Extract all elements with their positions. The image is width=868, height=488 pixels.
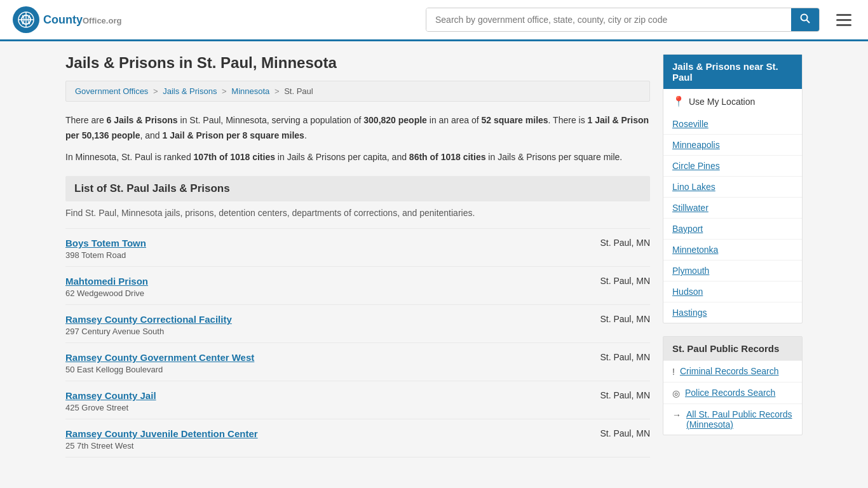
public-records-section: St. Paul Public Records ! Criminal Recor… — [663, 336, 803, 435]
facility-city: St. Paul, MN — [600, 314, 650, 324]
public-records-header: St. Paul Public Records — [663, 337, 802, 360]
intro-paragraph-1: There are 6 Jails & Prisons in St. Paul,… — [65, 113, 650, 144]
svg-line-5 — [807, 20, 810, 24]
record-item[interactable]: ◎ Police Records Search — [663, 382, 802, 403]
nearby-city-item[interactable]: Circle Pines — [663, 155, 802, 176]
nearby-city-link[interactable]: Bayport — [672, 224, 703, 234]
facility-address: 25 7th Street West — [65, 441, 258, 451]
facility-name[interactable]: Ramsey County Juvenile Detention Center — [65, 428, 258, 439]
nearby-city-item[interactable]: Plymouth — [663, 260, 802, 281]
facility-city: St. Paul, MN — [600, 352, 650, 362]
record-item[interactable]: → All St. Paul Public Records (Minnesota… — [663, 403, 802, 435]
record-item[interactable]: ! Criminal Records Search — [663, 360, 802, 382]
nearby-cities-list: RosevilleMinneapolisCircle PinesLino Lak… — [663, 114, 802, 323]
search-bar[interactable] — [426, 8, 820, 32]
record-icon: → — [672, 410, 681, 420]
nearby-city-link[interactable]: Lino Lakes — [672, 182, 715, 192]
facilities-list: Boys Totem Town 398 Totem Road St. Paul,… — [65, 228, 650, 458]
facility-address: 50 East Kellogg Boulevard — [65, 365, 254, 374]
nearby-city-link[interactable]: Stillwater — [672, 203, 709, 213]
facility-city: St. Paul, MN — [600, 276, 650, 286]
facility-address: 62 Wedgewood Drive — [65, 288, 148, 298]
list-section-desc: Find St. Paul, Minnesota jails, prisons,… — [65, 208, 650, 218]
record-link[interactable]: Police Records Search — [685, 388, 775, 398]
location-pin-icon: 📍 — [672, 95, 685, 107]
use-my-location-item[interactable]: 📍 Use My Location — [663, 89, 802, 114]
nearby-city-item[interactable]: Hastings — [663, 302, 802, 323]
breadcrumb: Government Offices > Jails & Prisons > M… — [65, 81, 650, 102]
facility-city: St. Paul, MN — [600, 428, 650, 438]
nearby-city-item[interactable]: Bayport — [663, 218, 802, 239]
facility-city: St. Paul, MN — [600, 390, 650, 400]
list-section-header: List of St. Paul Jails & Prisons — [65, 176, 650, 201]
nearby-city-link[interactable]: Minnetonka — [672, 245, 718, 255]
facility-city: St. Paul, MN — [600, 238, 650, 248]
svg-point-4 — [801, 15, 808, 21]
nearby-section: Jails & Prisons near St. Paul 📍 Use My L… — [663, 54, 803, 323]
nearby-city-item[interactable]: Minneapolis — [663, 134, 802, 155]
nearby-city-link[interactable]: Minneapolis — [672, 140, 720, 150]
breadcrumb-current: St. Paul — [284, 86, 313, 96]
logo[interactable]: CountyOffice.org — [13, 6, 121, 33]
record-link[interactable]: All St. Paul Public Records (Minnesota) — [686, 409, 793, 430]
facility-name[interactable]: Ramsey County Correctional Facility — [65, 314, 232, 325]
sidebar: Jails & Prisons near St. Paul 📍 Use My L… — [663, 54, 803, 458]
facility-address: 297 Century Avenue South — [65, 327, 232, 336]
logo-icon — [13, 6, 39, 33]
list-item: Ramsey County Juvenile Detention Center … — [65, 419, 650, 458]
facility-name[interactable]: Ramsey County Jail — [65, 390, 156, 401]
breadcrumb-minnesota[interactable]: Minnesota — [231, 86, 269, 96]
nearby-city-item[interactable]: Minnetonka — [663, 239, 802, 260]
nearby-city-link[interactable]: Hastings — [672, 308, 707, 318]
hamburger-menu-button[interactable] — [832, 10, 855, 30]
facility-address: 425 Grove Street — [65, 403, 156, 412]
record-icon: ! — [672, 367, 675, 377]
list-item: Ramsey County Correctional Facility 297 … — [65, 304, 650, 342]
record-link[interactable]: Criminal Records Search — [680, 366, 779, 376]
nearby-city-item[interactable]: Stillwater — [663, 197, 802, 218]
nearby-city-link[interactable]: Roseville — [672, 119, 709, 129]
intro-paragraph-2: In Minnesota, St. Paul is ranked 107th o… — [65, 150, 650, 165]
logo-text: CountyOffice.org — [43, 13, 121, 27]
nearby-section-header: Jails & Prisons near St. Paul — [663, 55, 802, 89]
facility-address: 398 Totem Road — [65, 250, 146, 260]
breadcrumb-government-offices[interactable]: Government Offices — [75, 86, 148, 96]
list-item: Ramsey County Government Center West 50 … — [65, 342, 650, 381]
search-button[interactable] — [791, 8, 819, 31]
use-my-location-link[interactable]: Use My Location — [689, 97, 755, 107]
records-list: ! Criminal Records Search ◎ Police Recor… — [663, 360, 802, 435]
record-icon: ◎ — [672, 388, 680, 398]
nearby-city-link[interactable]: Hudson — [672, 287, 703, 297]
breadcrumb-jails-prisons[interactable]: Jails & Prisons — [163, 86, 217, 96]
list-item: Boys Totem Town 398 Totem Road St. Paul,… — [65, 228, 650, 266]
facility-name[interactable]: Mahtomedi Prison — [65, 276, 148, 287]
nearby-city-item[interactable]: Lino Lakes — [663, 176, 802, 197]
nearby-city-link[interactable]: Circle Pines — [672, 161, 720, 171]
facility-name[interactable]: Ramsey County Government Center West — [65, 352, 254, 363]
facility-name[interactable]: Boys Totem Town — [65, 238, 146, 248]
list-item: Mahtomedi Prison 62 Wedgewood Drive St. … — [65, 266, 650, 304]
page-title: Jails & Prisons in St. Paul, Minnesota — [65, 54, 650, 72]
list-item: Ramsey County Jail 425 Grove Street St. … — [65, 381, 650, 419]
nearby-city-item[interactable]: Hudson — [663, 281, 802, 302]
nearby-city-link[interactable]: Plymouth — [672, 266, 709, 276]
search-input[interactable] — [426, 8, 791, 31]
nearby-city-item[interactable]: Roseville — [663, 114, 802, 134]
